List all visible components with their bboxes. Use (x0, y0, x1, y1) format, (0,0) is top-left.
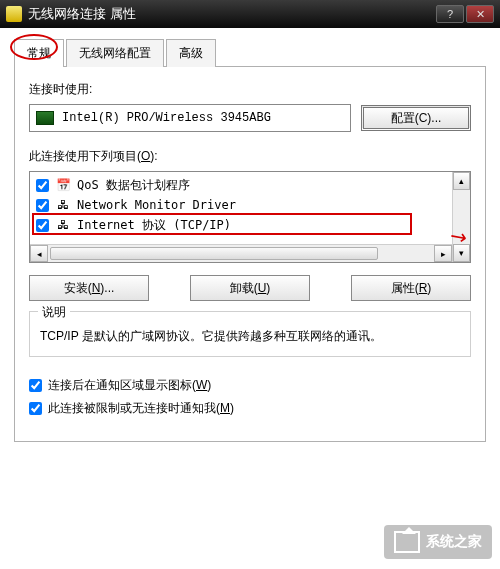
uninstall-button[interactable]: 卸载(U) (190, 275, 310, 301)
scroll-down-button[interactable]: ▾ (453, 244, 470, 262)
scroll-h-track[interactable] (48, 245, 434, 262)
item-label: Internet 协议 (TCP/IP) (77, 217, 231, 234)
item-label: QoS 数据包计划程序 (77, 177, 190, 194)
description-group: 说明 TCP/IP 是默认的广域网协议。它提供跨越多种互联网络的通讯。 (29, 311, 471, 357)
description-text: TCP/IP 是默认的广域网协议。它提供跨越多种互联网络的通讯。 (40, 326, 460, 346)
tab-wireless[interactable]: 无线网络配置 (66, 39, 164, 67)
scroll-left-button[interactable]: ◂ (30, 245, 48, 262)
notify-label: 此连接被限制或无连接时通知我(M) (48, 400, 234, 417)
item-checkbox[interactable] (36, 179, 49, 192)
list-item[interactable]: 🖧 Network Monitor Driver (34, 195, 448, 215)
adapter-icon (36, 111, 54, 125)
window-titlebar: 无线网络连接 属性 ? ✕ (0, 0, 500, 28)
description-label: 说明 (38, 304, 70, 321)
adapter-name: Intel(R) PRO/Wireless 3945ABG (62, 111, 271, 125)
watermark-text: 系统之家 (426, 533, 482, 551)
install-button[interactable]: 安装(N)... (29, 275, 149, 301)
house-icon (394, 531, 420, 553)
horizontal-scrollbar[interactable]: ◂ ▸ (30, 244, 452, 262)
vertical-scrollbar[interactable]: ▴ ▾ (452, 172, 470, 262)
scroll-up-button[interactable]: ▴ (453, 172, 470, 190)
list-item[interactable]: 🖧 Internet 协议 (TCP/IP) (34, 215, 448, 235)
notify-checkbox[interactable] (29, 402, 42, 415)
scroll-right-button[interactable]: ▸ (434, 245, 452, 262)
item-checkbox[interactable] (36, 219, 49, 232)
connect-using-label: 连接时使用: (29, 81, 471, 98)
option-notify[interactable]: 此连接被限制或无连接时通知我(M) (29, 400, 471, 417)
item-label: Network Monitor Driver (77, 198, 236, 212)
component-buttons: 安装(N)... 卸载(U) 属性(R) (29, 275, 471, 301)
configure-button[interactable]: 配置(C)... (361, 105, 471, 131)
items-label: 此连接使用下列项目(O): (29, 149, 158, 163)
adapter-row: Intel(R) PRO/Wireless 3945ABG 配置(C)... (29, 104, 471, 132)
network-icon (6, 6, 22, 22)
dialog-body: 常规 无线网络配置 高级 连接时使用: Intel(R) PRO/Wireles… (0, 28, 500, 456)
window-controls: ? ✕ (436, 5, 494, 23)
adapter-display: Intel(R) PRO/Wireless 3945ABG (29, 104, 351, 132)
properties-button[interactable]: 属性(R) (351, 275, 471, 301)
netmon-icon: 🖧 (55, 198, 71, 212)
close-button[interactable]: ✕ (466, 5, 494, 23)
show-icon-checkbox[interactable] (29, 379, 42, 392)
qos-icon: 📅 (55, 178, 71, 192)
watermark: 系统之家 (384, 525, 492, 559)
item-checkbox[interactable] (36, 199, 49, 212)
option-show-icon[interactable]: 连接后在通知区域显示图标(W) (29, 377, 471, 394)
tab-panel: 连接时使用: Intel(R) PRO/Wireless 3945ABG 配置(… (14, 67, 486, 442)
show-icon-label: 连接后在通知区域显示图标(W) (48, 377, 211, 394)
scroll-thumb[interactable] (50, 247, 378, 260)
components-list[interactable]: 📅 QoS 数据包计划程序 🖧 Network Monitor Driver � (29, 171, 471, 263)
tcpip-icon: 🖧 (55, 218, 71, 232)
tab-general[interactable]: 常规 (14, 39, 64, 67)
tab-advanced[interactable]: 高级 (166, 39, 216, 67)
scroll-v-track[interactable] (453, 190, 470, 244)
list-item[interactable]: 📅 QoS 数据包计划程序 (34, 175, 448, 195)
tab-bar: 常规 无线网络配置 高级 (14, 38, 486, 67)
window-title: 无线网络连接 属性 (28, 5, 430, 23)
help-button[interactable]: ? (436, 5, 464, 23)
